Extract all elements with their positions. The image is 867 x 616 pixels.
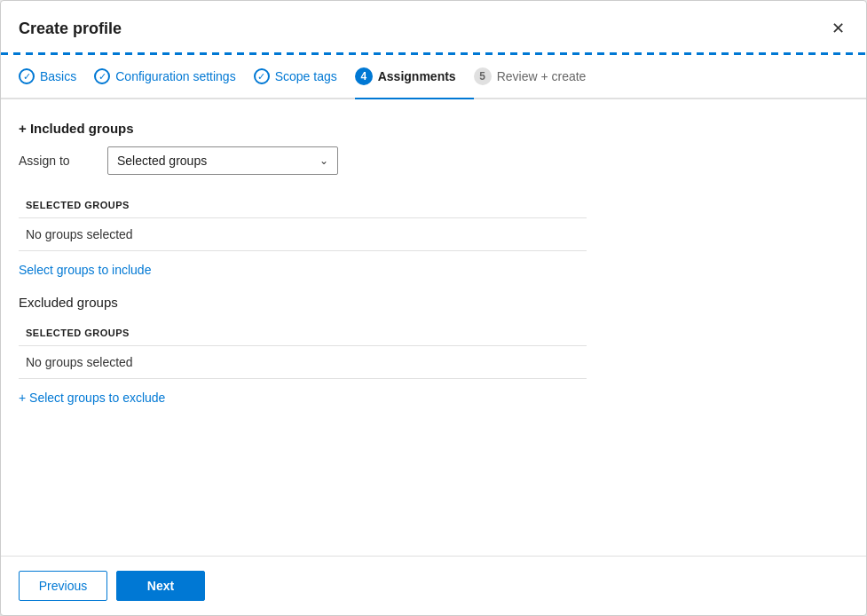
included-groups-table: SELECTED GROUPS No groups selected <box>19 193 587 251</box>
close-button[interactable]: ✕ <box>828 15 848 42</box>
excluded-groups-table: SELECTED GROUPS No groups selected <box>19 320 587 379</box>
tab-configuration-settings-label: Configuration settings <box>115 69 235 83</box>
assign-to-label: Assign to <box>19 154 90 168</box>
dialog-title: Create profile <box>19 20 122 38</box>
select-groups-to-include-link[interactable]: Select groups to include <box>19 263 151 277</box>
selected-groups-header: SELECTED GROUPS <box>19 193 587 218</box>
previous-button[interactable]: Previous <box>19 571 107 601</box>
included-groups-title: + Included groups <box>19 121 848 136</box>
assign-to-dropdown-value: Selected groups <box>117 154 207 168</box>
tab-basics-label: Basics <box>40 69 76 83</box>
tabs-row: ✓ Basics ✓ Configuration settings ✓ Scop… <box>1 55 866 99</box>
dialog-footer: Previous Next <box>1 556 866 615</box>
create-profile-dialog: Create profile ✕ ✓ Basics ✓ Configuratio… <box>0 0 867 616</box>
next-button[interactable]: Next <box>116 571 205 601</box>
tab-review-create-label: Review + create <box>497 69 587 83</box>
excluded-groups-title: Excluded groups <box>19 295 848 310</box>
assign-to-row: Assign to Selected groups ⌄ <box>19 146 848 175</box>
tab-review-create[interactable]: 5 Review + create <box>474 55 604 98</box>
tab-config-check-icon: ✓ <box>94 68 110 84</box>
tab-basics-check-icon: ✓ <box>19 68 35 84</box>
tab-assignments[interactable]: 4 Assignments <box>355 55 474 98</box>
dialog-header: Create profile ✕ <box>1 1 866 52</box>
assign-to-dropdown[interactable]: Selected groups ⌄ <box>107 146 338 175</box>
tab-assignments-number: 4 <box>355 67 373 85</box>
tab-configuration-settings[interactable]: ✓ Configuration settings <box>94 56 253 97</box>
no-included-groups-row: No groups selected <box>19 218 587 251</box>
tab-scope-tags[interactable]: ✓ Scope tags <box>254 56 355 97</box>
select-groups-to-exclude-link[interactable]: + Select groups to exclude <box>19 391 165 405</box>
tab-basics[interactable]: ✓ Basics <box>19 56 94 97</box>
tab-scope-tags-label: Scope tags <box>275 69 337 83</box>
excluded-selected-groups-header: SELECTED GROUPS <box>19 320 587 346</box>
tab-review-number: 5 <box>474 67 492 85</box>
tab-scope-check-icon: ✓ <box>254 68 270 84</box>
tab-assignments-label: Assignments <box>378 69 456 83</box>
dialog-content: + Included groups Assign to Selected gro… <box>1 99 866 556</box>
chevron-down-icon: ⌄ <box>319 154 328 167</box>
no-excluded-groups-row: No groups selected <box>19 346 587 379</box>
